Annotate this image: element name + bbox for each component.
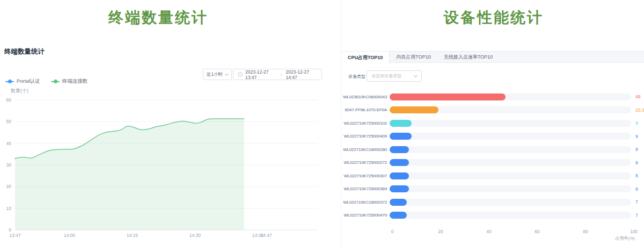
device-type-placeholder: 请选择设备类型 [371,73,401,79]
bar-row: WL022710KC180003727 [341,196,644,209]
bar-row: WL022710KC180002808 [341,143,644,156]
x-axis-tick: 0 [391,229,394,234]
chevron-down-icon [414,74,418,77]
bar[interactable] [390,212,407,219]
bar-row: WL022710K7250004707 [341,209,644,222]
tab-item[interactable]: 无线接入点速率TOP10 [437,52,499,62]
bar-track [390,146,631,153]
bar-value-label: 8 [635,160,638,165]
bar-value-label: 8 [635,147,638,152]
svg-text:10: 10 [6,206,12,211]
bar-category-label: 6047-FF96-1070-EF0A [341,107,390,112]
svg-text:0: 0 [9,227,11,233]
bar[interactable] [390,133,412,140]
x-axis-tick: 20 [438,229,443,234]
bar-track [390,133,631,140]
bar-value-label: 9 [635,134,638,139]
bar-chart: WL023610KC06000043486047-FF96-1070-EF0A2… [341,90,644,222]
bar-row: WL023610KC0600004348 [341,90,644,104]
bar-category-label: WL022710K725000272 [341,160,390,165]
bar-track [390,106,631,113]
bar-row: WL022710K7250003698 [341,183,644,196]
bar[interactable] [390,199,407,206]
bar-track [390,120,631,127]
x-axis-tick: 60 [535,229,539,234]
bar-track [390,93,631,100]
bar-row: 6047-FF96-1070-EF0A20.3 [341,104,644,117]
svg-text:50: 50 [6,119,12,124]
x-axis-tick: 40 [486,229,491,234]
device-performance-panel: CPU占用TOP10内存占用TOP10无线接入点速率TOP10 设备类型 请选择… [341,0,644,245]
tab-active[interactable]: CPU占用TOP10 [341,52,390,64]
bar-track [390,159,631,166]
device-type-label: 设备类型 [348,74,365,80]
bar-value-label: 20.3 [635,107,644,113]
svg-text:14:47: 14:47 [260,233,272,238]
bar-value-label: 8 [635,173,638,178]
svg-text:20: 20 [6,184,12,189]
tab-strip: CPU占用TOP10内存占用TOP10无线接入点速率TOP10 [341,51,644,63]
svg-text:30: 30 [6,162,12,168]
svg-text:14:00: 14:00 [64,233,76,238]
bar-category-label: WL023610KC06000043 [341,95,390,99]
bar-track [390,212,631,219]
bar[interactable] [390,93,506,100]
bar-value-label: 7 [635,213,638,218]
bar[interactable] [390,185,409,192]
bar-row: WL022710K7250004099 [341,130,644,143]
svg-text:13:47: 13:47 [9,233,21,238]
bar-category-label: WL022710K725000102 [341,121,390,126]
bar[interactable] [390,120,412,127]
bar-category-label: WL022710KC18000280 [341,147,390,152]
bar-row: WL022710K7250001029 [341,117,644,130]
bar-track [390,172,631,179]
device-type-select[interactable]: 请选择设备类型 [367,70,422,82]
bar-value-label: 9 [635,120,638,126]
terminal-count-panel: 终端数量统计 近1小时 2023-12-27 13:47 - 2023-12-2… [0,0,333,245]
svg-text:40: 40 [6,141,12,146]
x-axis-tick: 80 [583,229,588,234]
bar-category-label: WL022710K725000369 [341,186,390,191]
svg-text:60: 60 [6,97,12,103]
bar-category-label: WL022710K725000307 [341,174,390,178]
x-axis-tick: 100 [630,229,638,234]
bar-row: WL022710K7250003078 [341,169,644,183]
bar-category-label: WL022710KC18000372 [341,200,390,205]
bar-track [390,199,631,206]
tab-item[interactable]: 内存占用TOP10 [390,52,437,62]
svg-text:14:30: 14:30 [189,233,201,238]
svg-text:14:15: 14:15 [127,233,138,238]
bar-category-label: WL022710K725000409 [341,134,390,139]
bar-x-axis-title: 占用率(%) [392,235,635,241]
bar-chart-x-axis: 020406080100 [392,229,634,235]
bar-category-label: WL022710K725000470 [341,213,390,218]
bar-row: WL022710K7250002728 [341,156,644,170]
bar-track [390,185,631,192]
bar[interactable] [390,172,409,179]
line-chart: 010203040506013:4714:0014:1514:3014:4514… [0,0,333,245]
bar-value-label: 8 [635,186,638,192]
bar-value-label: 48 [635,94,640,99]
bar[interactable] [390,159,409,166]
dashboard: 终端数量统计 终端数量统计 近1小时 2023-12-27 13:47 - 20… [0,0,644,245]
bar-value-label: 7 [635,199,638,205]
bar[interactable] [390,106,438,113]
bar[interactable] [390,146,409,153]
